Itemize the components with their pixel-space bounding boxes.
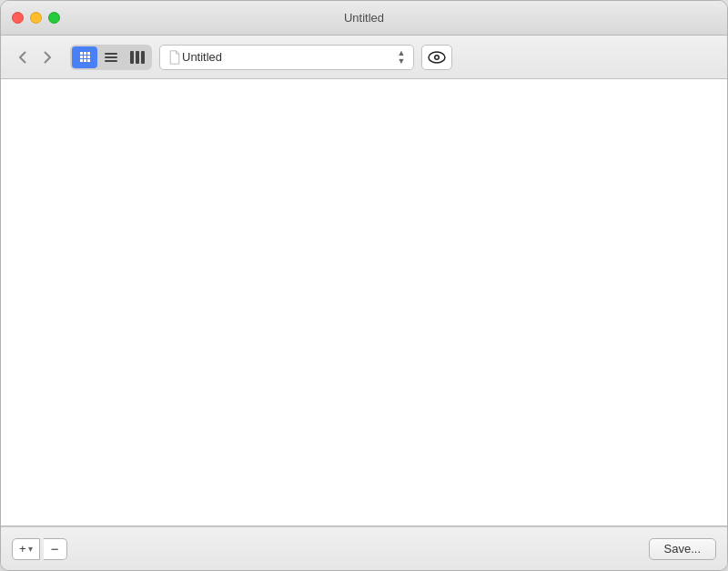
columns-icon: [130, 51, 145, 64]
close-button[interactable]: [12, 12, 24, 24]
preview-button[interactable]: [421, 45, 452, 70]
add-chevron-icon: ▾: [28, 544, 33, 554]
add-button[interactable]: + ▾: [12, 538, 40, 560]
title-bar: Untitled: [1, 1, 727, 36]
back-button[interactable]: [10, 47, 34, 67]
bottom-left-controls: + ▾ −: [12, 538, 67, 560]
add-icon: +: [19, 542, 26, 556]
content-area: [1, 79, 727, 526]
eye-icon: [428, 51, 446, 64]
minus-icon: −: [51, 541, 59, 556]
grid-icon: [80, 52, 90, 62]
list-icon: [105, 53, 117, 62]
path-label: Untitled: [182, 50, 393, 64]
file-icon: [167, 50, 182, 65]
svg-point-2: [436, 56, 439, 58]
save-label: Save...: [664, 542, 701, 556]
icon-view-button[interactable]: [72, 46, 97, 68]
path-control[interactable]: Untitled ▲ ▼: [159, 45, 414, 70]
path-stepper[interactable]: ▲ ▼: [393, 49, 410, 66]
main-window: Untitled: [0, 0, 728, 571]
maximize-button[interactable]: [48, 12, 60, 24]
minimize-button[interactable]: [30, 12, 42, 24]
save-button[interactable]: Save...: [649, 538, 716, 560]
forward-button[interactable]: [35, 47, 59, 67]
column-view-button[interactable]: [125, 46, 150, 68]
list-view-button[interactable]: [98, 46, 124, 68]
traffic-lights: [12, 12, 60, 24]
view-buttons: [70, 45, 152, 70]
nav-buttons: [10, 47, 59, 67]
window-title: Untitled: [344, 11, 384, 25]
remove-button[interactable]: −: [44, 538, 67, 560]
toolbar: Untitled ▲ ▼: [1, 36, 727, 79]
bottom-bar: + ▾ − Save...: [1, 526, 727, 570]
